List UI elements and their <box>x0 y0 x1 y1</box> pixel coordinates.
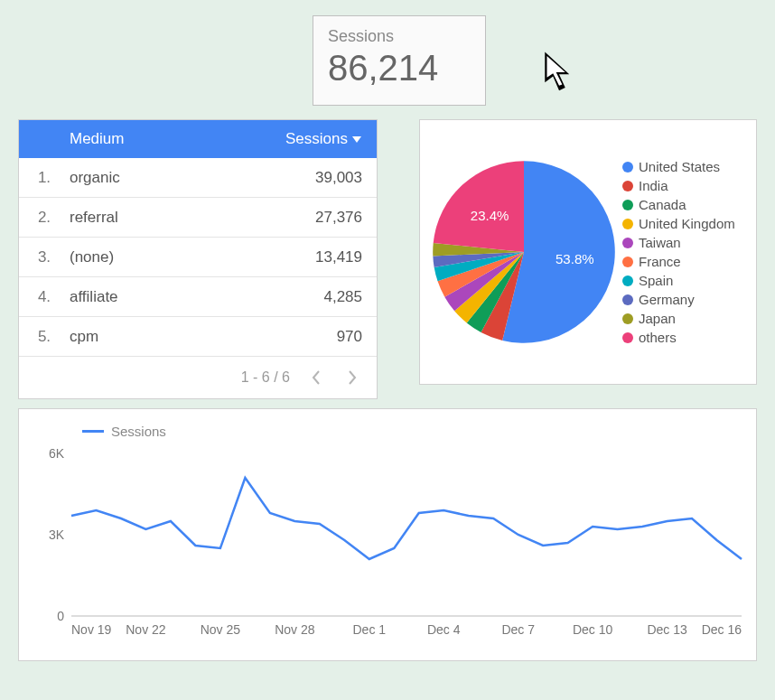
row-sessions: 39,003 <box>259 169 377 187</box>
svg-text:Nov 28: Nov 28 <box>275 622 315 637</box>
table-row[interactable]: 5. cpm 970 <box>19 317 377 357</box>
sessions-scorecard[interactable]: Sessions 86,214 <box>313 15 486 106</box>
pie-graphic: 53.8% 23.4% <box>429 157 619 347</box>
legend-item[interactable]: Germany <box>622 292 749 307</box>
row-index: 3. <box>19 248 70 266</box>
legend-label: Taiwan <box>639 235 681 250</box>
legend-dot-icon <box>622 313 633 324</box>
pie-slice-label-others: 23.4% <box>471 208 509 223</box>
legend-dot-icon <box>622 219 633 229</box>
column-header-sessions[interactable]: Sessions <box>259 130 377 148</box>
legend-label: Spain <box>639 273 673 288</box>
row-index: 1. <box>19 169 70 187</box>
row-index: 2. <box>19 209 70 227</box>
next-page-button[interactable] <box>342 368 362 387</box>
table-header: Medium Sessions <box>19 120 377 158</box>
row-medium: cpm <box>70 328 259 346</box>
svg-text:Nov 25: Nov 25 <box>201 622 241 637</box>
table-row[interactable]: 2. referral 27,376 <box>19 198 377 238</box>
table-row[interactable]: 1. organic 39,003 <box>19 158 377 198</box>
legend-dot-icon <box>622 332 633 343</box>
legend-item[interactable]: France <box>622 254 749 269</box>
legend-item[interactable]: United Kingdom <box>622 216 749 231</box>
pagination-range: 1 - 6 / 6 <box>241 369 290 386</box>
legend-item[interactable]: Japan <box>622 311 749 326</box>
svg-text:0: 0 <box>57 609 64 623</box>
legend-label: France <box>639 254 681 269</box>
medium-sessions-table[interactable]: Medium Sessions 1. organic 39,0032. refe… <box>18 119 378 399</box>
legend-item[interactable]: Canada <box>622 197 749 212</box>
scorecard-value: 86,214 <box>328 48 471 89</box>
row-medium: affiliate <box>70 288 259 306</box>
svg-text:Nov 19: Nov 19 <box>71 622 112 637</box>
sort-desc-icon <box>351 135 362 144</box>
legend-dot-icon <box>622 162 633 173</box>
line-legend: Sessions <box>82 424 747 439</box>
row-sessions: 4,285 <box>259 288 377 306</box>
country-pie-chart[interactable]: 53.8% 23.4% United StatesIndiaCanadaUnit… <box>419 119 757 385</box>
table-row[interactable]: 4. affiliate 4,285 <box>19 277 377 317</box>
legend-item[interactable]: United States <box>622 159 749 174</box>
row-index: 5. <box>19 328 70 346</box>
legend-dot-icon <box>622 238 633 248</box>
legend-dot-icon <box>622 200 633 210</box>
legend-dot-icon <box>622 275 633 286</box>
pie-legend: United StatesIndiaCanadaUnited KingdomTa… <box>619 152 756 352</box>
row-medium: organic <box>70 169 259 187</box>
prev-page-button[interactable] <box>306 368 326 387</box>
row-sessions: 970 <box>259 328 377 346</box>
legend-dot-icon <box>622 257 633 267</box>
svg-marker-2 <box>352 136 361 143</box>
chevron-left-icon <box>310 369 322 387</box>
svg-text:Dec 7: Dec 7 <box>501 622 535 637</box>
column-header-medium[interactable]: Medium <box>70 130 259 148</box>
row-sessions: 27,376 <box>259 209 377 227</box>
legend-label: Canada <box>639 197 686 212</box>
legend-item[interactable]: others <box>622 330 749 345</box>
row-index: 4. <box>19 288 70 306</box>
svg-text:Dec 4: Dec 4 <box>427 622 461 637</box>
legend-dot-icon <box>622 181 633 191</box>
legend-item[interactable]: Spain <box>622 273 749 288</box>
legend-label: others <box>639 330 677 345</box>
table-row[interactable]: 3. (none) 13,419 <box>19 238 377 277</box>
legend-label: Japan <box>639 311 676 326</box>
line-legend-swatch <box>82 430 104 433</box>
sessions-line-chart[interactable]: Sessions 03K6KNov 19Nov 22Nov 25Nov 28De… <box>18 408 757 661</box>
svg-text:6K: 6K <box>49 446 65 461</box>
table-footer: 1 - 6 / 6 <box>19 357 377 398</box>
svg-text:Dec 16: Dec 16 <box>702 622 742 637</box>
legend-item[interactable]: Taiwan <box>622 235 749 250</box>
legend-item[interactable]: India <box>622 178 749 193</box>
chevron-right-icon <box>346 369 359 387</box>
row-sessions: 13,419 <box>259 248 377 266</box>
svg-text:Nov 22: Nov 22 <box>126 622 166 637</box>
svg-text:Dec 13: Dec 13 <box>647 622 687 637</box>
svg-text:Dec 10: Dec 10 <box>573 622 613 637</box>
svg-text:Dec 1: Dec 1 <box>352 622 386 637</box>
svg-text:3K: 3K <box>49 527 65 542</box>
line-graphic: 03K6KNov 19Nov 22Nov 25Nov 28Dec 1Dec 4D… <box>28 444 751 643</box>
legend-label: United States <box>639 159 720 174</box>
row-medium: (none) <box>70 248 259 266</box>
legend-label: Germany <box>639 292 695 307</box>
row-medium: referral <box>70 209 259 227</box>
line-legend-label: Sessions <box>111 424 166 439</box>
legend-label: India <box>639 178 668 193</box>
pie-slice-label-main: 53.8% <box>556 251 594 266</box>
mouse-cursor-icon <box>543 50 575 95</box>
scorecard-label: Sessions <box>328 27 471 46</box>
legend-dot-icon <box>622 294 633 305</box>
legend-label: United Kingdom <box>639 216 735 231</box>
